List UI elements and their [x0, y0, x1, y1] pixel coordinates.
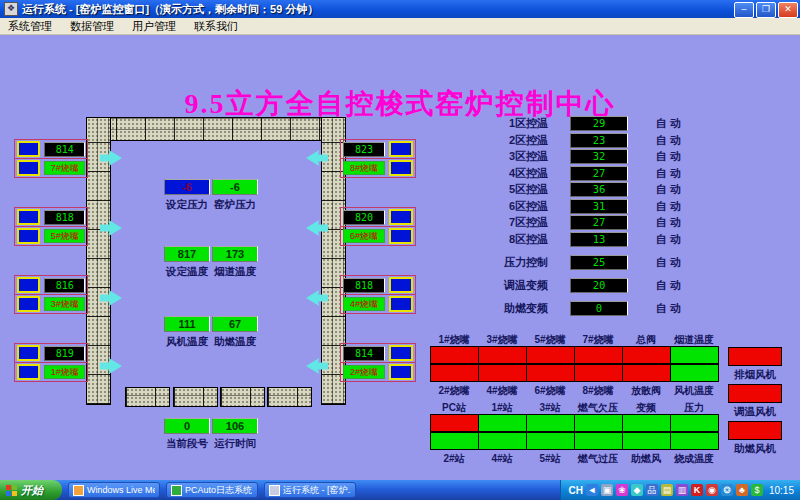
zone-label: 调温变频 [488, 278, 548, 293]
task-button-messenger[interactable]: Windows Live Mes... [68, 482, 160, 498]
run-system-icon [269, 485, 280, 496]
burner-group-2: 814 2#烧嘴 [340, 343, 416, 382]
shield-icon[interactable]: ◉ [706, 484, 718, 496]
folder-icon[interactable]: ▤ [661, 484, 673, 496]
zone-label: 3区控温 [488, 149, 548, 164]
menu-user[interactable]: 用户管理 [132, 19, 176, 34]
zone-mode-toggle[interactable]: 自 动 [656, 166, 681, 181]
zone-mode-toggle[interactable]: 自 动 [656, 133, 681, 148]
readout-label: 运行时间 [212, 437, 258, 451]
zone-mode-toggle[interactable]: 自 动 [656, 232, 681, 247]
burner-valve-button[interactable] [17, 345, 40, 361]
burner-valve-button[interactable] [17, 364, 40, 380]
kiln-pressure-display: -6 [212, 179, 258, 195]
zone-value-display: 13 [570, 232, 628, 247]
readout-label: 风机温度 [164, 335, 210, 349]
fan-label: 助燃风机 [728, 442, 782, 456]
grid-label: 5#站 [526, 452, 574, 466]
close-button[interactable]: ✕ [778, 2, 798, 18]
burner-valve-button[interactable] [389, 228, 413, 244]
burner-valve-button[interactable] [17, 296, 40, 312]
burner-temp-display: 814 [343, 346, 385, 361]
zone-mode-toggle[interactable]: 自 动 [656, 255, 681, 270]
window-title: 运行系统 - [窑炉监控窗口]（演示方式，剩余时间：59 分钟） [22, 2, 318, 17]
status-cell [574, 364, 623, 382]
readout-kiln-pressure: -6 窑炉压力 [212, 179, 258, 212]
kiln-car-segment [173, 387, 218, 407]
log-app-icon [171, 485, 182, 496]
zone-mode-toggle[interactable]: 自 动 [656, 149, 681, 164]
fan-temp-display: 111 [164, 316, 210, 332]
task-button-pcauto-log[interactable]: PCAuto日志系统 [166, 482, 258, 498]
status-cell [526, 414, 575, 432]
status-cell [526, 346, 575, 364]
start-button[interactable]: 开始 [0, 480, 62, 500]
status-cell [430, 346, 479, 364]
readout-segment: 0 当前段号 [164, 418, 210, 451]
burner-valve-button[interactable] [17, 160, 40, 176]
burner-group-6: 820 6#烧嘴 [340, 207, 416, 246]
set-pressure-input[interactable]: -6 [164, 179, 210, 195]
burner-valve-button[interactable] [17, 277, 40, 293]
menu-contact[interactable]: 联系我们 [194, 19, 238, 34]
language-indicator[interactable]: CH [569, 485, 583, 496]
burner-valve-button[interactable] [17, 141, 40, 157]
burner-valve-button[interactable] [389, 364, 413, 380]
network-icon[interactable]: 品 [646, 484, 658, 496]
zone-mode-toggle[interactable]: 自 动 [656, 199, 681, 214]
grid-label: 1#烧嘴 [430, 333, 478, 347]
zone-row-4: 4区控温27自 动 [488, 166, 703, 181]
zone-value-display: 23 [570, 133, 628, 148]
readout-label: 窑炉压力 [212, 198, 258, 212]
restore-button[interactable]: ❐ [756, 2, 776, 18]
burner-label: 8#烧嘴 [343, 161, 385, 175]
tray-collapse-button[interactable]: ◄ [586, 484, 598, 496]
zone-label: 7区控温 [488, 215, 548, 230]
zone-mode-toggle[interactable]: 自 动 [656, 278, 681, 293]
burner-group-1: 819 1#烧嘴 [14, 343, 88, 382]
status-cell [526, 364, 575, 382]
burner-valve-button[interactable] [389, 345, 413, 361]
badge-icon[interactable]: ♣ [736, 484, 748, 496]
chart-icon[interactable]: ▥ [676, 484, 688, 496]
diamond-icon[interactable]: ◆ [631, 484, 643, 496]
burner-label: 3#烧嘴 [44, 297, 85, 311]
zone-mode-toggle[interactable]: 自 动 [656, 182, 681, 197]
minimize-button[interactable]: – [734, 2, 754, 18]
zone-mode-toggle[interactable]: 自 动 [656, 116, 681, 131]
menu-data[interactable]: 数据管理 [70, 19, 114, 34]
burner-group-5: 818 5#烧嘴 [14, 207, 88, 246]
burner-valve-button[interactable] [389, 141, 413, 157]
burner-valve-button[interactable] [389, 209, 413, 225]
set-temp-input[interactable]: 817 [164, 246, 210, 262]
mimic-area: 9.5立方全自控梭式窑炉控制中心 814 7#烧嘴 818 5#烧嘴 816 3… [0, 35, 800, 480]
flue-temp-display: 173 [212, 246, 258, 262]
zone-mode-toggle[interactable]: 自 动 [656, 301, 681, 316]
grid-label: 4#站 [478, 452, 526, 466]
zone-mode-toggle[interactable]: 自 动 [656, 215, 681, 230]
readout-fan-temp: 111 风机温度 [164, 316, 210, 349]
globe-icon[interactable]: ❂ [721, 484, 733, 496]
task-button-run-system[interactable]: 运行系统 - [窑炉... [264, 482, 356, 498]
currency-icon[interactable]: $ [751, 484, 763, 496]
grid-label: 3#烧嘴 [478, 333, 526, 347]
grid-label: 烟道温度 [670, 333, 718, 347]
antivirus-k-icon[interactable]: K [691, 484, 703, 496]
menu-system[interactable]: 系统管理 [8, 19, 52, 34]
temp-vfd-row: 调温变频20自 动 [488, 278, 703, 293]
burner-valve-button[interactable] [389, 277, 413, 293]
kiln-top-wall [86, 117, 346, 141]
monitor-icon[interactable]: ▣ [601, 484, 613, 496]
burner-valve-button[interactable] [389, 296, 413, 312]
grid-label: 4#烧嘴 [478, 384, 526, 398]
kiln-car-segment [267, 387, 312, 407]
burner-valve-button[interactable] [17, 228, 40, 244]
burner-valve-button[interactable] [389, 160, 413, 176]
grid-label: 5#烧嘴 [526, 333, 574, 347]
burner-valve-button[interactable] [17, 209, 40, 225]
burner-group-3: 816 3#烧嘴 [14, 275, 88, 314]
status-cell [622, 432, 671, 450]
status-cell [622, 414, 671, 432]
grid-label: 3#站 [526, 401, 574, 415]
color-wheel-icon[interactable]: ❀ [616, 484, 628, 496]
